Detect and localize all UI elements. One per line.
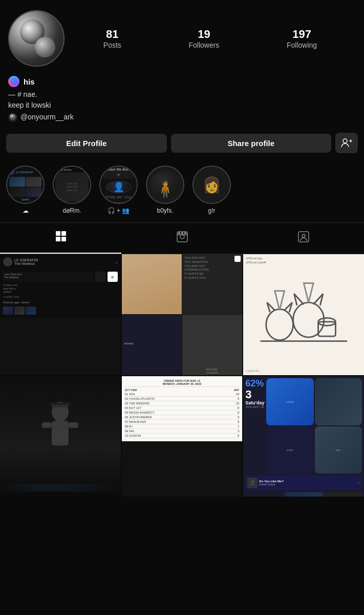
username-text: his (24, 77, 35, 86)
mention-handle: @onyourm__ark (20, 112, 74, 122)
tagged-icon (297, 231, 310, 246)
svg-point-10 (178, 233, 180, 234)
svg-point-12 (184, 233, 186, 234)
stat-followers[interactable]: 19 Followers (188, 28, 219, 49)
highlights-section: LE SSERAFIM ♫ Spotify ☁ d1rty d;ary. som… (0, 161, 364, 222)
svg-rect-13 (298, 232, 309, 242)
mention-badge-icon: 🎱 (8, 113, 17, 122)
profile-header: 81 Posts 19 Followers 197 Following (0, 0, 364, 72)
posts-count: 81 (106, 28, 118, 41)
tab-grid[interactable] (0, 223, 121, 254)
svg-rect-4 (61, 231, 66, 236)
svg-rect-3 (56, 231, 60, 236)
highlight-4-label: b0yfs. (157, 207, 173, 214)
stats-container: 81 Posts 19 Followers 197 Following (65, 28, 356, 49)
post-6[interactable]: 62% 3 Satu'day JANUARY 28 sa/farji youtb… (243, 376, 364, 497)
post-5[interactable]: ORDER #0001 FOR NAE <3MONDAY, JANUARY 30… (122, 376, 243, 497)
bio-username-row: 🌀 his (8, 76, 356, 87)
highlight-2[interactable]: d1rty d;ary. some textsome textsome text… (53, 166, 91, 214)
highlight-2-label: døRm. (63, 207, 81, 214)
post-4[interactable] (0, 376, 121, 497)
post-1[interactable]: LE SSERAFIMThe Weeknd ♫ Less Than ZeroTh… (0, 254, 121, 375)
avatar[interactable] (8, 10, 65, 67)
posts-label: Posts (103, 41, 121, 49)
highlight-4[interactable]: 🧍 b0yfs. (146, 166, 184, 214)
svg-point-15 (266, 309, 293, 340)
svg-rect-5 (56, 237, 60, 241)
share-profile-button[interactable]: Share profile (171, 134, 332, 153)
tab-bar (0, 222, 364, 254)
highlight-5-label: g!r (208, 207, 215, 214)
followers-label: Followers (188, 41, 219, 49)
svg-marker-18 (304, 283, 313, 302)
svg-point-14 (302, 234, 305, 237)
stat-following[interactable]: 197 Following (287, 28, 317, 49)
svg-rect-26 (42, 422, 52, 428)
bio-section: 🌀 his — # nae. keep it lowski 🎱 @onyourm… (0, 72, 364, 129)
edit-profile-button[interactable]: Edit Profile (6, 134, 167, 153)
highlight-1[interactable]: LE SSERAFIM ♫ Spotify ☁ (6, 166, 45, 214)
bio-line1: — # nae. (8, 89, 356, 100)
highlight-3-label: 🎧 + 👥 (108, 207, 130, 214)
username-icon: 🌀 (8, 76, 19, 87)
highlight-1-label: ☁ (23, 207, 29, 214)
followers-count: 19 (198, 28, 210, 41)
svg-rect-27 (69, 422, 78, 428)
stat-posts[interactable]: 81 Posts (103, 28, 121, 49)
svg-point-0 (343, 139, 347, 143)
bio-line2: keep it lowski (8, 100, 356, 111)
grid-icon (55, 230, 67, 245)
highlight-5[interactable]: 👩 g!r (192, 166, 231, 214)
svg-point-8 (180, 235, 184, 239)
following-label: Following (287, 41, 317, 49)
bio-mention[interactable]: 🎱 @onyourm__ark (8, 112, 356, 122)
svg-marker-17 (275, 291, 285, 311)
tab-reels[interactable] (121, 223, 243, 254)
svg-point-11 (181, 233, 183, 234)
following-count: 197 (292, 28, 311, 41)
reels-icon (176, 231, 188, 246)
action-buttons: Edit Profile Share profile (0, 129, 364, 161)
highlight-3[interactable]: Leave Me AloneNF 👤 Pretty vile", true ki… (99, 166, 138, 214)
tab-tagged[interactable] (243, 223, 364, 254)
svg-rect-6 (61, 237, 66, 241)
add-person-button[interactable] (335, 133, 358, 153)
svg-rect-25 (52, 421, 69, 445)
post-2[interactable]: YOU ARE NOTTOO SENSITIVE.YOU ARE NOTOVER… (122, 254, 243, 375)
svg-rect-24 (50, 403, 71, 405)
post-3[interactable]: SPEcial daySPEcial cake♥ (243, 254, 364, 375)
posts-grid: LE SSERAFIMThe Weeknd ♫ Less Than ZeroTh… (0, 254, 364, 497)
